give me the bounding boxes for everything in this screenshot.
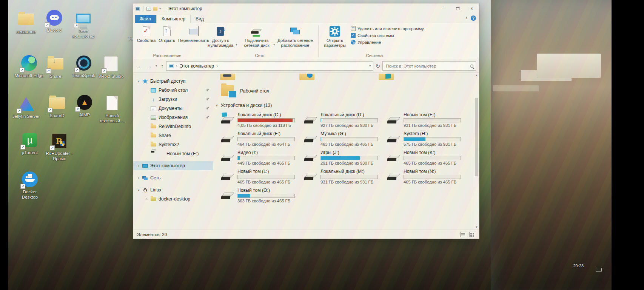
drive-item-c[interactable]: Локальный диск (C:) 4,05 ГБ свободно из … (220, 111, 299, 129)
vertical-scrollbar[interactable]: ▲ ▼ (474, 73, 479, 230)
breadcrumb-separator[interactable]: › (216, 63, 218, 69)
shortcut-arrow-icon: ↗ (17, 108, 22, 113)
forward-button[interactable]: → (145, 63, 153, 69)
back-button[interactable]: ← (136, 63, 144, 69)
desktop-icon-this-pc[interactable]: ↗ Этот компьютер (69, 10, 98, 39)
chevron-right-icon[interactable]: › (145, 196, 149, 202)
devices-and-drives-header[interactable]: ∨ Устройства и диски (13) (216, 103, 474, 108)
open-button[interactable]: ↑ Открыть (157, 25, 177, 43)
nav-item-new-volume-e[interactable]: Новый том (E:) (133, 149, 213, 158)
desktop-icon-vroid[interactable]: ↗ VRoid Studio (96, 55, 126, 79)
refresh-icon[interactable]: ↻ (375, 63, 381, 69)
chevron-right-icon[interactable]: › (136, 163, 141, 168)
close-button[interactable]: × (465, 3, 479, 14)
up-button[interactable]: ↑ (160, 63, 165, 69)
nav-item-quick-access[interactable]: ∨ Быстрый доступ (133, 77, 213, 86)
chevron-right-icon[interactable]: › (136, 175, 141, 180)
desktop-icon-aimp[interactable]: ▲↗ AIMP (70, 94, 99, 118)
file-list-area: Рабочий стол ∨ Устройства и диски (13) Л… (213, 73, 474, 230)
drive-item-d[interactable]: Локальный диск (D:) 927 ГБ свободно из 9… (303, 111, 382, 129)
recent-locations-dropdown-icon[interactable]: ▾ (154, 64, 158, 68)
customize-qat-dropdown-icon[interactable]: ▾ (159, 7, 161, 10)
keyboard-tray-icon[interactable] (596, 268, 602, 272)
nav-item-documents[interactable]: Документы (133, 104, 213, 113)
scrollbar-thumb[interactable] (475, 98, 478, 176)
breadcrumb-this-pc[interactable]: Этот компьютер (180, 63, 214, 69)
taskbar-clock[interactable]: 20:28 (573, 264, 584, 268)
shortcut-arrow-icon: ↗ (48, 108, 52, 113)
help-icon[interactable]: ? (471, 15, 476, 21)
details-view-button[interactable] (460, 232, 466, 237)
nav-item-this-pc[interactable]: › Этот компьютер (133, 161, 213, 170)
map-network-drive-button[interactable]: Подключить сетевой диск ▾ (238, 25, 276, 48)
desktop-icon-rorupdater[interactable]: R↗ RoRUpdater - Ярлык (45, 132, 74, 162)
desktop-icon-discord[interactable]: ↗ Discord (40, 9, 69, 33)
desktop-icon-docker[interactable]: ↗ Docker Desktop (15, 171, 45, 200)
add-network-location-button[interactable]: Добавить сетевое расположение (276, 25, 315, 48)
desktop-icon-shared[interactable]: ↗ ShareD (42, 94, 72, 119)
system-properties-button[interactable]: ✓ Свойства системы (351, 33, 424, 38)
chevron-down-icon[interactable]: ∨ (136, 188, 141, 192)
nav-item-relwithdebinfo[interactable]: RelWithDebInfo (133, 122, 213, 131)
nav-item-desktop[interactable]: Рабочий стол (133, 86, 213, 95)
desktop-icon-nevazhnoe[interactable]: неважное (11, 11, 41, 35)
drive-item-o[interactable]: Новый том (O:) 363 ГБ свободно из 465 ГБ (220, 187, 299, 204)
nav-item-downloads[interactable]: ↓ Загрузки (133, 95, 213, 104)
drive-item-j[interactable]: Игры (J:) 291 ГБ свободно из 930 ГБ (303, 149, 382, 167)
media-access-button[interactable]: ♪♪ Доступ к мультимедиа ▾ (203, 25, 238, 48)
properties-button[interactable]: ✓ Свойства (136, 25, 157, 43)
nav-item-pictures[interactable]: Изображения (133, 113, 213, 122)
cutoff-folder-icon[interactable] (220, 74, 237, 80)
drive-item-g[interactable]: Музыка (G:) 463 ГБ свободно из 465 ГБ (303, 130, 382, 148)
search-box[interactable] (382, 61, 476, 71)
nav-item-network[interactable]: › Сеть (133, 173, 213, 182)
scroll-down-icon[interactable]: ▼ (474, 225, 479, 229)
drive-item-k[interactable]: Новый том (K:) 465 ГБ свободно из 465 ГБ (386, 149, 465, 167)
open-settings-button[interactable]: Открыть параметры (320, 25, 349, 48)
cutoff-music-folder-icon[interactable] (299, 74, 316, 80)
nav-item-share[interactable]: Share (133, 131, 213, 140)
desktop-icon-share[interactable]: ↓↗ Share (41, 55, 70, 79)
uninstall-program-button[interactable]: Удалить или изменить программу (351, 26, 424, 31)
computer-mini-icon[interactable] (136, 7, 140, 11)
drive-item-m[interactable]: Локальный диск (M:) 931 ГБ свободно из 9… (303, 168, 382, 185)
chevron-down-icon[interactable]: ∨ (136, 79, 141, 83)
maximize-button[interactable] (450, 3, 465, 14)
desktop-icon-utorrent[interactable]: µ↗ µTorrent (15, 131, 45, 156)
drive-item-i[interactable]: Видео (I:) 449 ГБ свободно из 465 ГБ (220, 149, 299, 167)
open-icon: ↑ (161, 26, 173, 37)
scroll-up-icon[interactable]: ▲ (474, 74, 479, 77)
manage-button[interactable]: Управление (351, 40, 424, 45)
drive-item-n[interactable]: Новый том (N:) 465 ГБ свободно из 465 ГБ (386, 168, 465, 185)
chevron-down-icon: ∨ (216, 103, 218, 107)
hard-drive-icon (304, 134, 317, 144)
desktop-icon-edge[interactable]: ↗ Microsoft Edge (14, 54, 44, 79)
drive-item-e[interactable]: Новый том (E:) 931 ГБ свободно из 931 ГБ (386, 111, 465, 129)
tab-computer[interactable]: Компьютер (156, 15, 191, 23)
collapse-ribbon-icon[interactable]: ∧ (465, 16, 468, 20)
properties-quick-icon[interactable]: ✓ (146, 7, 151, 11)
tab-file[interactable]: Файл (135, 15, 156, 23)
tab-view[interactable]: Вид (191, 15, 209, 23)
nav-item-system32[interactable]: System32 (133, 140, 213, 149)
window-title: Этот компьютер (168, 6, 202, 11)
cutoff-3d-objects-folder-icon[interactable] (379, 74, 395, 80)
desktop-folder-item[interactable]: Рабочий стол (220, 83, 299, 99)
desktop-icon-jellyfin[interactable]: ↗ Jellyfin Server (11, 95, 41, 119)
minimize-button[interactable]: – (436, 3, 450, 14)
hard-drive-icon (221, 172, 234, 182)
address-history-dropdown-icon[interactable]: ▾ (369, 64, 371, 68)
new-folder-quick-icon[interactable] (153, 7, 157, 11)
large-icons-view-button[interactable] (469, 232, 475, 237)
desktop-icon-new-text-file[interactable]: Новый текстовый ... (97, 94, 127, 124)
drive-item-l[interactable]: Новый том (L:) 465 ГБ свободно из 465 ГБ (220, 168, 299, 185)
nav-item-linux[interactable]: ∨ Linux (133, 185, 213, 194)
nav-item-docker-desktop[interactable]: › docker-desktop (133, 194, 213, 204)
search-input[interactable] (385, 63, 470, 69)
desktop-icon-teamspeak[interactable]: ↗ TeamSpeak (69, 54, 99, 79)
ribbon-group-location: ✓ Свойства ↑ Открыть Переименовать Распо… (136, 25, 199, 59)
drive-item-h[interactable]: System (H:) 575 ГБ свободно из 931 ГБ (386, 130, 465, 148)
drive-item-f[interactable]: Локальный диск (F:) 464 ГБ свободно из 4… (220, 130, 299, 148)
breadcrumb[interactable]: › Этот компьютер › ▾ (166, 61, 373, 71)
items-count: Элементов: 20 (137, 232, 167, 237)
